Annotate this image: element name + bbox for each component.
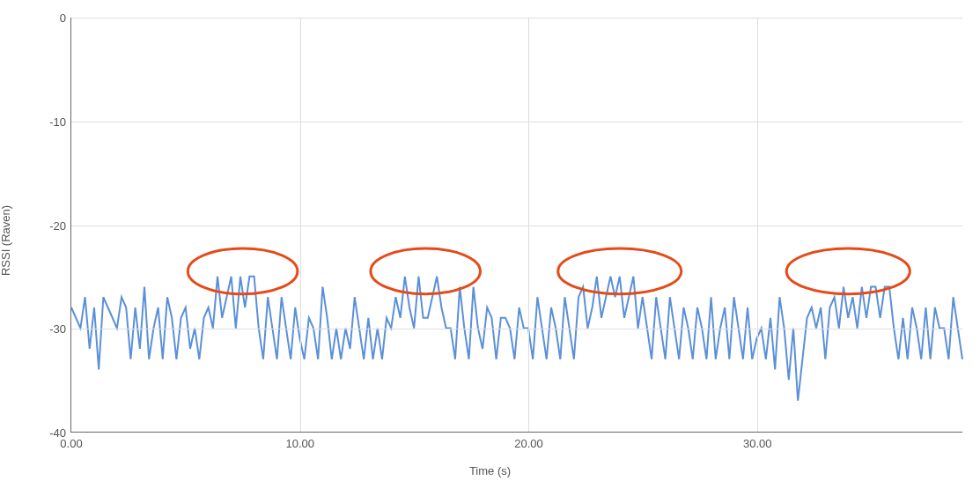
y-tick-label: -10 bbox=[49, 115, 66, 128]
y-tick-label: -30 bbox=[49, 322, 66, 336]
gridline-horizontal bbox=[71, 329, 962, 329]
y-tick-label: 0 bbox=[60, 11, 66, 25]
annotation-ellipse bbox=[786, 248, 910, 294]
annotation-ellipse bbox=[558, 248, 682, 294]
gridline-horizontal bbox=[71, 122, 962, 122]
plot-area: 0-10-20-30-400.0010.0020.0030.00 bbox=[70, 18, 962, 433]
gridline-horizontal bbox=[71, 18, 962, 18]
chart-container: RSSI (Raven) Time (s) 0-10-20-30-400.001… bbox=[0, 0, 980, 481]
annotation-ellipse bbox=[371, 248, 481, 294]
x-tick-label: 0.00 bbox=[60, 437, 82, 450]
y-axis-label: RSSI (Raven) bbox=[0, 205, 12, 276]
y-tick-label: -20 bbox=[49, 218, 66, 232]
x-tick-label: 20.00 bbox=[514, 437, 543, 450]
gridline-horizontal bbox=[71, 226, 962, 226]
gridline-vertical bbox=[757, 18, 758, 432]
gridline-vertical bbox=[528, 18, 529, 432]
gridline-vertical bbox=[300, 18, 301, 432]
x-axis-label: Time (s) bbox=[469, 464, 511, 477]
x-tick-label: 10.00 bbox=[285, 437, 314, 450]
x-tick-label: 30.00 bbox=[743, 437, 772, 450]
series-line bbox=[71, 277, 962, 401]
